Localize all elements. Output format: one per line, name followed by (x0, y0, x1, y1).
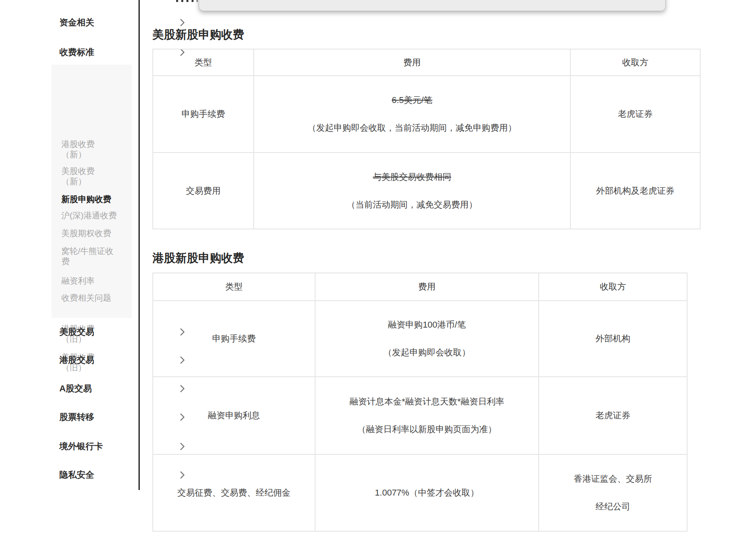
clipped-heading-fragment (176, 0, 198, 2)
fee-main: 融资计息本金*融资计息天数*融资日利率 (350, 396, 504, 408)
col-header-type: 类型 (153, 49, 254, 76)
cell-type: 交易费用 (153, 153, 254, 229)
col-header-type: 类型 (153, 273, 315, 301)
sidebar-item-label: A股交易 (59, 383, 115, 395)
section-title-us-ipo-fees: 美股新股申购收费 (152, 27, 244, 42)
help-center-page: 资金相关 收费标准 港股收费 （新） 美股收费 （新） 新股申购收费 沪(深)港… (0, 0, 756, 534)
partial-popup-panel (199, 0, 666, 11)
submenu-item-connect-fees[interactable]: 沪(深)港通收费 (61, 210, 125, 221)
fee-note: （发起申购即会收取，当前活动期间，减免申购费用） (308, 122, 517, 134)
col-header-fee: 费用 (315, 273, 539, 301)
sidebar-item-label: 资金相关 (59, 17, 115, 29)
sidebar-item-label: 美股交易 (59, 326, 115, 338)
section-title-hk-ipo-fees: 港股新股申购收费 (152, 251, 244, 265)
submenu-item-fee-faq[interactable]: 收费相关问题 (61, 293, 125, 303)
cell-fee: 融资申购100港币/笔 （发起申购即会收取） (315, 301, 539, 377)
sidebar-item-hk-trading[interactable]: 港股交易 (59, 354, 115, 366)
col-header-fee: 费用 (254, 49, 570, 76)
fee-main: 1.0077%（中签才会收取） (375, 487, 479, 499)
cell-fee: 与美股交易收费相同 （当前活动期间，减免交易费用） (254, 153, 570, 229)
chevron-right-icon (177, 19, 185, 27)
cell-collector: 外部机构 (539, 301, 687, 377)
col-header-collector: 收取方 (570, 49, 700, 76)
sidebar-item-us-trading[interactable]: 美股交易 (59, 326, 115, 338)
sidebar-item-a-share-trading[interactable]: A股交易 (59, 383, 115, 395)
sidebar-item-label: 境外银行卡 (59, 441, 115, 452)
sidebar-item-label: 隐私安全 (59, 469, 115, 481)
cell-collector: 老虎证券 (570, 76, 700, 153)
cell-type: 申购手续费 (153, 301, 315, 377)
submenu-item-warrants-cbbc-fees[interactable]: 窝轮/牛熊证收 费 (61, 246, 125, 267)
submenu-item-hk-fees-new[interactable]: 港股收费 （新） (61, 139, 125, 160)
sidebar-item-overseas-bank-card[interactable]: 境外银行卡 (59, 441, 115, 452)
table-header-row: 类型 费用 收取方 (153, 273, 687, 301)
fee-main: 6.5美元/笔 (392, 94, 433, 106)
fee-main: 融资申购100港币/笔 (388, 319, 466, 331)
cell-fee: 融资计息本金*融资计息天数*融资日利率 （融资日利率以新股申购页面为准） (315, 377, 539, 454)
cell-type: 申购手续费 (153, 76, 254, 153)
cell-collector: 外部机构及老虎证券 (570, 153, 700, 229)
cell-collector: 老虎证券 (539, 377, 687, 454)
col-header-collector: 收取方 (539, 273, 687, 301)
cell-collector: 香港证监会、交易所 经纪公司 (539, 454, 687, 531)
sidebar-item-label: 股票转移 (59, 411, 115, 423)
cell-type: 交易征费、交易费、经纪佣金 (153, 454, 315, 531)
hk-ipo-fee-table: 类型 费用 收取方 申购手续费 融资申购100港币/笔 （发起申购即会收取） 外… (152, 273, 688, 532)
sidebar-item-label: 收费标准 (59, 46, 115, 58)
table-row: 交易征费、交易费、经纪佣金 1.0077%（中签才会收取） 香港证监会、交易所 … (153, 454, 687, 531)
submenu-item-us-options-fees[interactable]: 美股期权收费 (61, 228, 125, 238)
fee-main: 与美股交易收费相同 (373, 171, 451, 183)
sidebar-item-stock-transfer[interactable]: 股票转移 (59, 411, 115, 423)
submenu-item-ipo-fees[interactable]: 新股申购收费 (61, 194, 125, 204)
fee-note: （融资日利率以新股申购页面为准） (357, 423, 497, 435)
fee-note: （发起申购即会收取） (384, 347, 471, 359)
sidebar-item-privacy-security[interactable]: 隐私安全 (59, 469, 115, 481)
table-header-row: 类型 费用 收取方 (153, 49, 700, 76)
submenu-item-us-fees-new[interactable]: 美股收费 （新） (61, 166, 125, 187)
submenu-item-margin-rate[interactable]: 融资利率 (61, 276, 125, 286)
table-row: 交易费用 与美股交易收费相同 （当前活动期间，减免交易费用） 外部机构及老虎证券 (153, 153, 700, 229)
cell-type: 融资申购利息 (153, 377, 315, 454)
sidebar-item-fee-standards[interactable]: 收费标准 (59, 46, 115, 58)
sidebar-item-funds[interactable]: 资金相关 (59, 17, 115, 29)
cell-fee: 1.0077%（中签才会收取） (315, 454, 539, 531)
sidebar-item-label: 港股交易 (59, 354, 115, 366)
table-row: 融资申购利息 融资计息本金*融资计息天数*融资日利率 （融资日利率以新股申购页面… (153, 377, 687, 454)
table-row: 申购手续费 6.5美元/笔 （发起申购即会收取，当前活动期间，减免申购费用） 老… (153, 76, 700, 153)
us-ipo-fee-table: 类型 费用 收取方 申购手续费 6.5美元/笔 （发起申购即会收取，当前活动期间… (152, 49, 701, 229)
table-row: 申购手续费 融资申购100港币/笔 （发起申购即会收取） 外部机构 (153, 301, 687, 377)
sidebar-divider (139, 0, 140, 490)
fee-standards-submenu: 港股收费 （新） 美股收费 （新） 新股申购收费 沪(深)港通收费 美股期权收费… (51, 65, 132, 318)
fee-note: （当前活动期间，减免交易费用） (347, 199, 477, 211)
cell-fee: 6.5美元/笔 （发起申购即会收取，当前活动期间，减免申购费用） (254, 76, 570, 153)
